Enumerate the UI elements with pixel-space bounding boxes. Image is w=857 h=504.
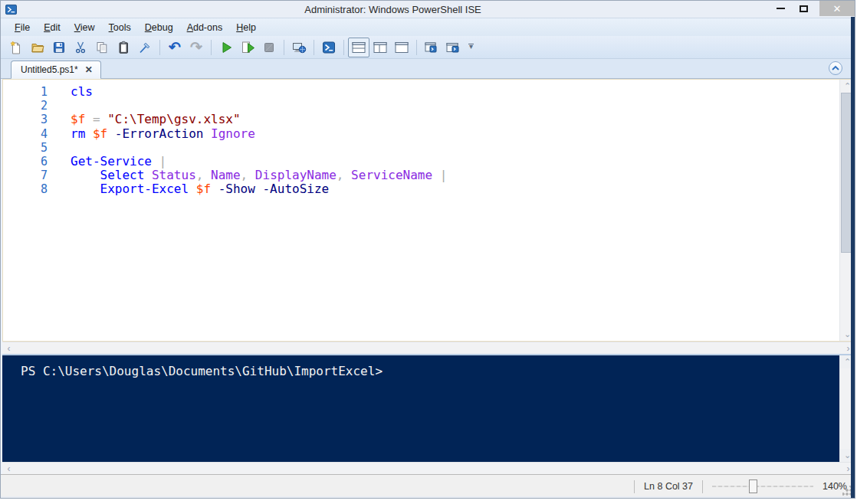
cursor-position: Ln 8 Col 37 (644, 481, 693, 492)
close-button[interactable]: ✕ (819, 1, 855, 16)
menu-debug[interactable]: Debug (139, 20, 179, 35)
console-pane: PS C:\Users\Douglas\Documents\GitHub\Imp… (2, 354, 855, 462)
code-line[interactable]: 1cls (3, 85, 839, 99)
maximize-button[interactable] (792, 1, 815, 16)
zoom-slider-track[interactable] (712, 486, 813, 487)
powershell-ise-window: Administrator: Windows PowerShell ISE ✕ … (0, 0, 855, 499)
save-script-button[interactable] (48, 38, 70, 57)
line-number: 6 (3, 155, 48, 169)
toolbar-separator (284, 40, 284, 55)
toolbar-separator (416, 40, 417, 55)
zoom-slider-handle[interactable] (749, 479, 757, 493)
code-line[interactable]: 3$f = "C:\Temp\gsv.xlsx" (3, 113, 839, 126)
toolbar-separator (343, 40, 344, 55)
menu-addons[interactable]: Add-ons (181, 20, 229, 35)
menu-view[interactable]: View (68, 20, 101, 35)
code-line[interactable]: 2 (3, 99, 839, 113)
status-bar: Ln 8 Col 37 140% (1, 474, 855, 498)
open-script-button[interactable] (27, 38, 48, 57)
collapse-script-pane-button[interactable] (829, 61, 842, 75)
chevron-up-icon (832, 65, 839, 71)
console-output[interactable]: PS C:\Users\Douglas\Documents\GitHub\Imp… (2, 355, 839, 462)
console-hscroll-track[interactable] (15, 463, 842, 474)
window-bottom-border (1, 496, 855, 498)
show-command-window-button[interactable] (421, 38, 442, 57)
paste-clipboard-icon (117, 41, 130, 54)
show-script-pane-top-button[interactable] (348, 38, 369, 57)
layout-split-horizontal-icon (351, 41, 366, 54)
tab-untitled5[interactable]: Untitled5.ps1* ✕ (11, 61, 101, 79)
cut-button[interactable] (70, 38, 91, 57)
show-console-pane-button[interactable] (442, 38, 464, 57)
remote-computer-icon (292, 41, 307, 54)
tab-close-icon[interactable]: ✕ (85, 64, 93, 75)
statusbar-separator (634, 480, 635, 493)
code-line[interactable]: 8 Export-Excel $f -Show -AutoSize (3, 182, 839, 196)
redo-button[interactable]: ↷ (186, 38, 207, 57)
paste-button[interactable] (113, 38, 134, 57)
clear-console-button[interactable] (134, 38, 156, 57)
line-number: 5 (3, 141, 48, 155)
menu-help[interactable]: Help (230, 20, 262, 35)
line-number: 4 (3, 127, 48, 141)
toolbar-overflow-button[interactable]: ▾ (468, 44, 474, 51)
toolbar-separator (314, 40, 314, 55)
code-line[interactable]: 6Get-Service | (3, 155, 839, 169)
code-line[interactable]: 4rm $f -ErrorAction Ignore (3, 127, 839, 141)
undo-button[interactable]: ↶ (164, 38, 186, 57)
run-play-icon (219, 41, 233, 54)
clear-console-icon (138, 41, 152, 54)
menu-tools[interactable]: Tools (103, 20, 137, 35)
editor-hscroll-track[interactable] (15, 342, 842, 354)
stop-operation-button[interactable] (258, 38, 280, 57)
window-right-border (851, 17, 855, 498)
editor-horizontal-scrollbar[interactable]: ‹ › (2, 342, 855, 354)
tab-strip: Untitled5.ps1* ✕ (1, 59, 855, 79)
run-selection-icon (241, 41, 254, 54)
line-number: 3 (3, 113, 48, 126)
run-script-button[interactable] (215, 38, 237, 57)
line-number: 1 (3, 85, 48, 99)
zoom-slider[interactable] (712, 479, 813, 493)
script-editor-pane: 1cls23$f = "C:\Temp\gsv.xlsx"4rm $f -Err… (2, 79, 855, 342)
layout-maximized-icon (394, 41, 409, 54)
powershell-app-icon (5, 4, 17, 15)
menubar: File Edit View Tools Debug Add-ons Help (1, 18, 855, 36)
window-console-icon (445, 41, 461, 54)
new-script-button[interactable] (5, 38, 27, 57)
redo-icon: ↷ (190, 41, 202, 54)
console-prompt: PS C:\Users\Douglas\Documents\GitHub\Imp… (21, 364, 383, 378)
console-horizontal-scrollbar[interactable]: ‹ › (2, 462, 855, 474)
menu-edit[interactable]: Edit (38, 20, 67, 35)
code-line[interactable]: 7 Select Status, Name, DisplayName, Serv… (3, 169, 839, 182)
tab-label: Untitled5.ps1* (21, 64, 78, 75)
line-number: 8 (3, 182, 48, 196)
window-powershell-icon (424, 41, 439, 54)
cut-scissors-icon (74, 41, 87, 54)
code-line[interactable]: 5 (3, 141, 839, 155)
toolbar-separator (159, 40, 160, 55)
menu-file[interactable]: File (8, 20, 36, 35)
toolbar: ↶ ↷ (1, 36, 855, 59)
show-script-pane-right-button[interactable] (369, 38, 391, 57)
save-floppy-icon (52, 41, 66, 54)
statusbar-separator (702, 480, 703, 493)
overflow-chevron-icon: ▾ (469, 42, 473, 51)
toolbar-separator (211, 40, 212, 55)
layout-split-vertical-icon (373, 41, 388, 54)
run-selection-button[interactable] (237, 38, 258, 57)
scroll-left-icon[interactable]: ‹ (2, 343, 15, 354)
titlebar: Administrator: Windows PowerShell ISE ✕ (1, 1, 855, 18)
copy-icon (95, 41, 109, 54)
stop-square-icon (262, 41, 276, 54)
scroll-left-icon[interactable]: ‹ (2, 463, 15, 474)
minimize-button[interactable] (769, 1, 792, 16)
start-powershell-button[interactable] (318, 38, 340, 57)
copy-button[interactable] (91, 38, 113, 57)
show-script-pane-maximized-button[interactable] (391, 38, 412, 57)
line-number: 7 (3, 169, 48, 182)
open-folder-icon (31, 41, 44, 54)
new-remote-powershell-tab-button[interactable] (288, 38, 310, 57)
powershell-icon (322, 41, 336, 54)
code-area[interactable]: 1cls23$f = "C:\Temp\gsv.xlsx"4rm $f -Err… (3, 80, 839, 341)
